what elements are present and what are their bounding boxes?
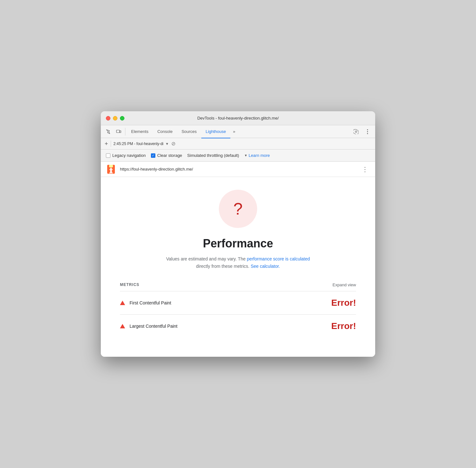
performance-description: Values are estimated and may vary. The p… [149, 255, 327, 270]
url-bar-row: https://foul-heavenly-direction.glitch.m… [101, 162, 375, 177]
fcp-label: First Contentful Paint [130, 300, 331, 305]
perf-score-link[interactable]: performance score is calculated [247, 256, 310, 261]
tab-separator [125, 128, 125, 135]
clear-storage-checkbox-label[interactable]: ✓ Clear storage [151, 153, 182, 158]
tab-sources[interactable]: Sources [177, 126, 201, 138]
svg-rect-1 [120, 131, 121, 133]
tab-console[interactable]: Console [153, 126, 177, 138]
learn-more-area: ▼ Learn more [244, 153, 270, 158]
devtools-window: DevTools - foul-heavenly-direction.glitc… [101, 111, 375, 357]
title-bar: DevTools - foul-heavenly-direction.glitc… [101, 111, 375, 125]
score-question-mark: ? [234, 199, 243, 218]
close-button[interactable] [106, 116, 110, 121]
url-bar-menu-button[interactable]: ⋮ [360, 164, 370, 174]
tab-elements[interactable]: Elements [127, 126, 153, 138]
toolbar-url-area: 2:45:25 PM - foul-heavenly-di ▼ [114, 142, 169, 146]
throttling-dropdown-arrow[interactable]: ▼ [244, 154, 247, 157]
toolbar-dropdown-arrow[interactable]: ▼ [165, 142, 169, 146]
throttling-label: Simulated throttling (default) [187, 153, 239, 158]
maximize-button[interactable] [120, 116, 124, 121]
devtools-right-icons [351, 127, 373, 137]
desc-part1: Values are estimated and may vary. The [166, 256, 246, 261]
metric-row-lcp: Largest Contentful Paint Error! [120, 315, 356, 338]
more-tabs-button[interactable]: » [230, 129, 238, 134]
desc-part2: directly from these metrics. [196, 264, 249, 269]
lcp-label: Largest Contentful Paint [130, 324, 331, 329]
inspect-icon[interactable] [103, 127, 114, 137]
svg-rect-9 [109, 172, 113, 173]
metrics-header: METRICS Expand view [120, 282, 356, 287]
fcp-warning-icon [120, 301, 125, 305]
metrics-label: METRICS [120, 282, 139, 287]
svg-rect-0 [116, 130, 120, 133]
lcp-value: Error! [331, 321, 356, 331]
metric-row-fcp: First Contentful Paint Error! [120, 291, 356, 315]
traffic-lights [106, 116, 124, 121]
options-bar: Legacy navigation ✓ Clear storage Simula… [101, 150, 375, 162]
expand-view-button[interactable]: Expand view [332, 282, 356, 287]
clear-storage-checkbox[interactable]: ✓ [151, 153, 155, 158]
window-title: DevTools - foul-heavenly-direction.glitc… [106, 116, 370, 121]
clear-storage-label: Clear storage [157, 153, 182, 158]
minimize-button[interactable] [113, 116, 117, 121]
toolbar-cancel-icon[interactable]: ⊘ [171, 141, 175, 147]
svg-rect-6 [109, 165, 113, 167]
tab-lighthouse[interactable]: Lighthouse [201, 126, 231, 138]
learn-more-link[interactable]: Learn more [249, 153, 270, 158]
legacy-nav-checkbox-label[interactable]: Legacy navigation [106, 153, 146, 158]
svg-point-3 [367, 131, 368, 132]
toolbar-separator [111, 141, 111, 147]
more-options-icon[interactable] [362, 127, 373, 137]
calculator-link[interactable]: See calculator. [251, 264, 280, 269]
fcp-value: Error! [331, 298, 356, 308]
toolbar-timestamp: 2:45:25 PM - foul-heavenly-di [114, 142, 164, 146]
performance-title: Performance [120, 237, 356, 250]
score-circle: ? [219, 190, 257, 228]
main-content: ? Performance Values are estimated and m… [101, 177, 375, 357]
add-tab-button[interactable]: + [105, 141, 108, 147]
legacy-nav-checkbox[interactable] [106, 153, 110, 158]
settings-icon[interactable] [351, 127, 361, 137]
toolbar-row: + 2:45:25 PM - foul-heavenly-di ▼ ⊘ [101, 138, 375, 150]
url-display: https://foul-heavenly-direction.glitch.m… [120, 167, 360, 172]
svg-point-4 [367, 133, 368, 134]
lighthouse-logo-icon [106, 164, 116, 174]
svg-point-2 [367, 129, 368, 130]
lcp-warning-icon [120, 324, 125, 328]
device-toggle-icon[interactable] [114, 127, 124, 137]
devtools-tab-bar: Elements Console Sources Lighthouse » [101, 125, 375, 138]
legacy-nav-label: Legacy navigation [112, 153, 146, 158]
